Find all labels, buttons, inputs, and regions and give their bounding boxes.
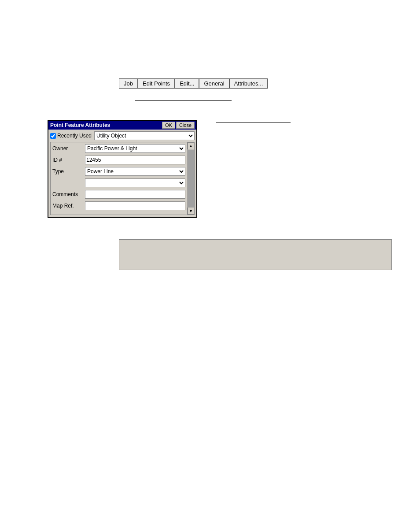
toolbar-underline — [135, 100, 232, 101]
job-button[interactable]: Job — [119, 78, 138, 89]
recently-used-checkbox[interactable] — [50, 133, 56, 139]
mapref-label: Map Ref. — [52, 203, 83, 209]
toolbar: Job Edit Points Edit... General Attribut… — [119, 78, 268, 89]
bottom-content-box — [119, 239, 392, 270]
id-label: ID # — [52, 157, 83, 163]
scroll-down-arrow[interactable]: ▼ — [188, 208, 195, 215]
extra-dropdown[interactable] — [85, 178, 185, 187]
form-scroll-area: Owner Pacific Power & Light ID # Type Po… — [50, 142, 195, 215]
toolbar-underline2 — [216, 123, 291, 123]
owner-dropdown[interactable]: Pacific Power & Light — [85, 144, 185, 153]
comments-label: Comments — [52, 191, 83, 197]
general-button[interactable]: General — [199, 78, 229, 89]
dialog-title: Point Feature Attributes — [50, 122, 161, 128]
recently-used-text: Recently Used — [57, 133, 92, 139]
edit-points-button[interactable]: Edit Points — [138, 78, 175, 89]
point-feature-dialog: Point Feature Attributes OK Close Recent… — [48, 120, 197, 218]
scroll-thumb[interactable] — [188, 150, 194, 207]
mapref-input[interactable] — [85, 201, 185, 210]
owner-label: Owner — [52, 145, 83, 152]
type-label: Type — [52, 168, 83, 175]
category-dropdown[interactable]: Utility Object — [94, 131, 195, 140]
mapref-row: Map Ref. — [52, 201, 185, 210]
dialog-titlebar: Point Feature Attributes OK Close — [48, 121, 196, 130]
attributes-button[interactable]: Attributes... — [229, 78, 268, 89]
scroll-up-arrow[interactable]: ▲ — [188, 142, 195, 149]
comments-row: Comments — [52, 190, 185, 199]
type-row: Type Power Line — [52, 167, 185, 176]
ok-button[interactable]: OK — [162, 122, 175, 129]
edit-button[interactable]: Edit... — [175, 78, 199, 89]
dialog-content: Recently Used Utility Object Owner Pacif… — [48, 130, 196, 217]
id-input[interactable] — [85, 156, 185, 164]
owner-row: Owner Pacific Power & Light — [52, 144, 185, 153]
type-dropdown[interactable]: Power Line — [85, 167, 185, 176]
recently-used-label[interactable]: Recently Used — [50, 133, 92, 139]
id-row: ID # — [52, 156, 185, 164]
comments-input[interactable] — [85, 190, 185, 199]
recently-used-row: Recently Used Utility Object — [50, 131, 195, 140]
close-button[interactable]: Close — [176, 122, 195, 129]
scrollbar[interactable]: ▲ ▼ — [187, 142, 194, 215]
extra-dropdown-row — [52, 178, 185, 187]
